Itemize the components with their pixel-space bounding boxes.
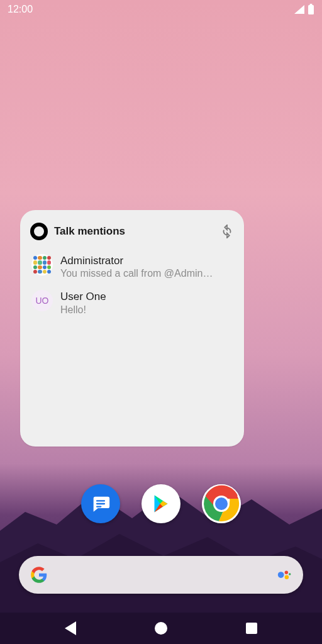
play-store-app-icon[interactable]	[142, 484, 180, 523]
svg-point-8	[278, 572, 284, 578]
status-bar: 12:00	[0, 0, 322, 19]
battery-icon	[308, 4, 314, 15]
google-search-bar[interactable]	[19, 556, 303, 594]
mention-item[interactable]: UO User One Hello!	[29, 285, 235, 321]
svg-rect-3	[96, 503, 105, 504]
svg-point-9	[285, 571, 288, 574]
mention-sender: Administrator	[60, 254, 233, 267]
svg-rect-2	[96, 500, 105, 501]
mention-message: Hello!	[60, 304, 233, 316]
messages-app-icon[interactable]	[81, 484, 120, 523]
nav-recent-button[interactable]	[246, 623, 257, 634]
talk-mentions-widget[interactable]: Talk mentions Administrator You missed a…	[20, 210, 244, 447]
mention-sender: User One	[60, 290, 233, 303]
svg-rect-4	[96, 506, 102, 507]
wallpaper-mountains	[0, 455, 322, 619]
status-icons	[294, 4, 314, 15]
svg-rect-1	[310, 4, 313, 6]
google-g-icon	[30, 566, 48, 584]
widget-header: Talk mentions	[29, 220, 235, 249]
svg-point-11	[289, 573, 291, 575]
assistant-icon[interactable]	[275, 567, 292, 583]
mention-message: You missed a call from @Admin…	[60, 267, 233, 280]
avatar: UO	[31, 290, 53, 311]
svg-point-10	[285, 575, 289, 580]
cellular-icon	[294, 4, 305, 14]
navigation-bar	[0, 613, 322, 644]
svg-point-7	[215, 497, 228, 510]
svg-rect-0	[308, 5, 314, 14]
app-dock	[0, 484, 322, 523]
talk-app-icon	[30, 223, 48, 240]
refresh-button[interactable]	[220, 225, 234, 238]
mention-item[interactable]: Administrator You missed a call from @Ad…	[29, 249, 235, 285]
nav-home-button[interactable]	[155, 622, 167, 635]
widget-title: Talk mentions	[54, 225, 125, 238]
nav-back-button[interactable]	[65, 621, 76, 635]
chrome-app-icon[interactable]	[202, 484, 241, 523]
status-time: 12:00	[8, 4, 33, 15]
avatar	[31, 254, 53, 275]
